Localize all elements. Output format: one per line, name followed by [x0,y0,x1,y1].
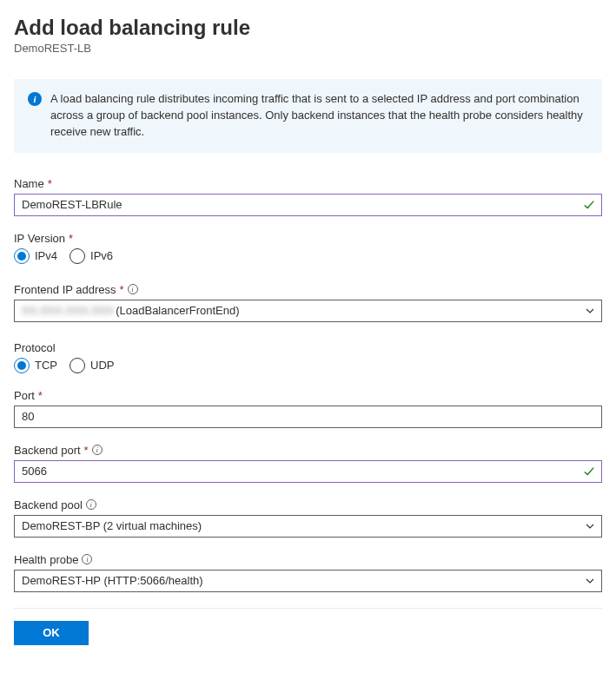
health-probe-value: DemoREST-HP (HTTP:5066/health) [22,574,203,587]
protocol-radio-tcp[interactable]: TCP [14,358,57,373]
backend-port-input[interactable] [14,460,602,483]
required-marker: * [69,232,73,245]
obscured-ip: XX.XXX.XXX.XXX [22,304,114,317]
info-icon: i [28,92,42,106]
radio-label: IPv4 [35,249,57,262]
ip-version-radio-ipv4[interactable]: IPv4 [14,248,57,264]
protocol-radio-udp[interactable]: UDP [70,358,114,373]
help-icon[interactable]: i [92,445,103,455]
name-label: Name * [14,177,602,190]
help-icon[interactable]: i [82,554,92,564]
backend-port-label: Backend port * i [14,444,602,457]
radio-label: IPv6 [90,249,113,262]
backend-pool-value: DemoREST-BP (2 virtual machines) [22,519,202,532]
required-marker: * [120,283,124,296]
required-marker: * [84,444,89,457]
footer-divider [14,608,602,609]
port-input[interactable] [14,406,602,428]
info-banner: i A load balancing rule distributes inco… [14,79,602,153]
frontend-ip-value-suffix: (LoadBalancerFrontEnd) [116,304,239,317]
ip-version-label: IP Version * [14,232,602,245]
health-probe-select[interactable]: DemoREST-HP (HTTP:5066/health) [14,570,602,592]
protocol-label: Protocol [14,341,602,354]
name-input[interactable] [14,194,602,216]
required-marker: * [38,389,43,402]
help-icon[interactable]: i [86,499,96,510]
radio-icon [14,358,30,373]
backend-pool-label: Backend pool i [14,498,602,511]
port-label: Port * [14,389,602,402]
help-icon[interactable]: i [128,284,138,294]
backend-pool-select[interactable]: DemoREST-BP (2 virtual machines) [14,515,602,538]
radio-label: UDP [90,359,114,372]
page-title: Add load balancing rule [14,16,602,40]
radio-icon [70,358,85,373]
info-banner-text: A load balancing rule distributes incomi… [50,91,588,141]
radio-label: TCP [35,359,57,372]
radio-icon [70,248,85,264]
ip-version-radio-ipv6[interactable]: IPv6 [70,248,113,264]
ok-button[interactable]: OK [14,621,89,645]
frontend-ip-label: Frontend IP address * i [14,283,602,296]
frontend-ip-select[interactable]: XX.XXX.XXX.XXX (LoadBalancerFrontEnd) [14,300,602,322]
radio-icon [14,248,30,264]
required-marker: * [48,177,52,190]
health-probe-label: Health probe i [14,553,602,566]
page-subtitle: DemoREST-LB [14,42,602,55]
